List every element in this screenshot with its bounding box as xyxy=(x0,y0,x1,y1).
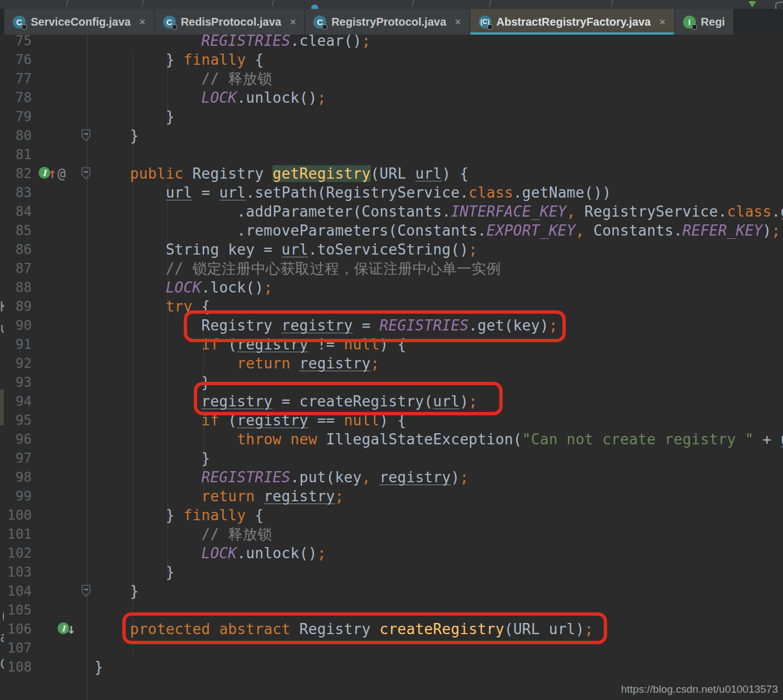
line-number[interactable]: 81 xyxy=(0,145,32,164)
fold-marker-icon[interactable] xyxy=(81,167,91,182)
code-line-88: 88 LOCK.lock(); xyxy=(0,278,783,297)
line-number[interactable]: 78 xyxy=(0,88,32,107)
line-number[interactable]: 99 xyxy=(0,487,32,506)
search-field-fragment[interactable] xyxy=(775,2,783,9)
line-number[interactable]: 100 xyxy=(0,506,32,525)
line-number[interactable]: 88 xyxy=(0,278,32,297)
editor-tab-bar: CServiceConfig.java×CRedisProtocol.java×… xyxy=(0,9,783,35)
breadcrumb-separator: / xyxy=(271,0,274,9)
code-text: } xyxy=(94,373,210,392)
line-number[interactable]: 91 xyxy=(0,335,32,354)
code-text: public Registry getRegistry(URL url) { xyxy=(94,164,469,183)
annotation-at-icon: @ xyxy=(58,165,65,183)
line-number[interactable]: 102 xyxy=(0,544,32,563)
line-number[interactable]: 82 xyxy=(0,164,32,183)
line-number[interactable]: 87 xyxy=(0,259,32,278)
line-number[interactable]: 93 xyxy=(0,373,32,392)
code-line-96: 96 throw new IllegalStateException("Can … xyxy=(0,430,783,449)
tab-registryprotocol-java[interactable]: CRegistryProtocol.java× xyxy=(305,9,470,35)
code-line-83: 83 url = url.setPath(RegistryService.cla… xyxy=(0,183,783,202)
line-number[interactable]: 108 xyxy=(0,658,32,677)
tab-label: RegistryProtocol.java xyxy=(331,16,446,28)
lock-icon xyxy=(22,25,27,30)
line-number[interactable]: 86 xyxy=(0,240,32,259)
code-line-87: 87 // 锁定注册中心获取过程，保证注册中心单一实例 xyxy=(0,259,783,278)
edge-fragment: a xyxy=(0,630,4,645)
breadcrumb-separator: / xyxy=(412,0,414,9)
fold-marker-icon[interactable] xyxy=(81,129,91,144)
code-line-98: 98 REGISTRIES.put(key, registry); xyxy=(0,468,783,487)
line-number[interactable]: 96 xyxy=(0,430,32,449)
tab-redisprotocol-java[interactable]: CRedisProtocol.java× xyxy=(155,9,305,35)
line-number[interactable]: 77 xyxy=(0,69,32,88)
class-icon: C xyxy=(163,16,176,28)
line-number[interactable]: 107 xyxy=(0,639,32,658)
close-tab-icon[interactable]: × xyxy=(290,16,297,27)
breadcrumb-class-icon xyxy=(311,4,318,9)
override-up-arrow-icon[interactable]: ↑ xyxy=(48,165,56,183)
tab-regi[interactable]: IRegi xyxy=(675,9,734,35)
line-number[interactable]: 79 xyxy=(0,107,32,126)
breadcrumb-separator: / xyxy=(489,0,491,9)
line-number[interactable]: 95 xyxy=(0,411,32,430)
line-number[interactable]: 84 xyxy=(0,202,32,221)
line-number[interactable]: 101 xyxy=(0,525,32,544)
code-text: REGISTRIES.put(key, registry); xyxy=(94,468,469,487)
code-line-92: 92 return registry; xyxy=(0,354,783,373)
line-number[interactable]: 105 xyxy=(0,601,32,620)
line-number[interactable]: 92 xyxy=(0,354,32,373)
code-text: } finally { xyxy=(94,50,264,69)
close-tab-icon[interactable]: × xyxy=(455,16,461,27)
lock-icon xyxy=(172,25,177,30)
tab-label: AbstractRegistryFactory.java xyxy=(496,16,651,28)
code-text: LOCK.unlock(); xyxy=(94,544,326,563)
line-number[interactable]: 75 xyxy=(0,35,32,50)
edge-fragment xyxy=(0,390,4,425)
breadcrumb-separator: / xyxy=(610,0,613,9)
line-number[interactable]: 89 xyxy=(0,297,32,316)
line-number[interactable]: 83 xyxy=(0,183,32,202)
breadcrumb-strip: / / / / / / xyxy=(0,0,783,9)
code-editor[interactable]: 75 REGISTRIES.clear();76 } finally {77 /… xyxy=(0,35,783,700)
code-text: throw new IllegalStateException("Can not… xyxy=(94,430,783,449)
code-line-84: 84 .addParameter(Constants.INTERFACE_KEY… xyxy=(0,202,783,221)
line-number[interactable]: 103 xyxy=(0,563,32,582)
code-line-101: 101 // 释放锁 xyxy=(0,525,783,544)
line-number[interactable]: 90 xyxy=(0,316,32,335)
code-text: } xyxy=(94,582,139,601)
close-tab-icon[interactable]: × xyxy=(659,16,666,27)
line-number[interactable]: 94 xyxy=(0,392,32,411)
code-line-97: 97 } xyxy=(0,449,783,468)
tab-serviceconfig-java[interactable]: CServiceConfig.java× xyxy=(4,9,155,35)
run-icon[interactable] xyxy=(748,1,756,7)
annotation-box-line-90 xyxy=(184,310,566,342)
code-text: } xyxy=(94,563,175,582)
line-number[interactable]: 85 xyxy=(0,221,32,240)
close-tab-icon[interactable]: × xyxy=(139,16,146,27)
line-number[interactable]: 98 xyxy=(0,468,32,487)
code-text: // 释放锁 xyxy=(94,525,272,544)
edge-fragment: K xyxy=(0,299,4,315)
tab-abstractregistryfactory-java[interactable]: (C)AbstractRegistryFactory.java× xyxy=(470,9,675,35)
code-text: // 锁定注册中心获取过程，保证注册中心单一实例 xyxy=(94,259,501,278)
code-line-79: 79 } xyxy=(0,107,783,126)
line-number[interactable]: 106 xyxy=(0,620,32,639)
code-line-85: 85 .removeParameters(Constants.EXPORT_KE… xyxy=(0,221,783,240)
code-text: return registry; xyxy=(94,354,380,373)
line-number[interactable]: 104 xyxy=(0,582,32,601)
code-text: } xyxy=(94,107,175,126)
line-number[interactable]: 76 xyxy=(0,50,32,69)
abstract-class-icon: (C) xyxy=(479,16,491,28)
line-number[interactable]: 80 xyxy=(0,126,32,145)
code-line-102: 102 LOCK.unlock(); xyxy=(0,544,783,563)
implemented-down-arrow-icon[interactable]: ↓ xyxy=(67,620,75,638)
code-line-82: 82I↑@ public Registry getRegistry(URL ur… xyxy=(0,164,783,183)
code-line-104: 104 } xyxy=(0,582,783,601)
lock-icon xyxy=(322,25,327,30)
lock-icon xyxy=(692,25,697,30)
fold-marker-icon[interactable] xyxy=(81,584,91,600)
edge-fragment: ( xyxy=(0,608,4,624)
code-line-77: 77 // 释放锁 xyxy=(0,69,783,88)
line-number[interactable]: 97 xyxy=(0,449,32,468)
ide-window: / / / / / / CServiceConfig.java×CRedisPr… xyxy=(0,0,783,700)
